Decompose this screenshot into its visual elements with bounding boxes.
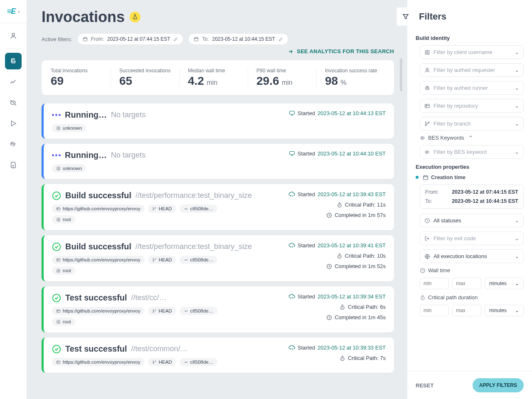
chip-repo[interactable]: https://github.com/envoyproxy/envoy [52, 256, 145, 264]
chip-repo[interactable]: https://github.com/envoyproxy/envoy [52, 358, 145, 366]
cloud-icon [288, 293, 295, 300]
chevron-down-icon: ⌄ [515, 253, 519, 259]
critical-path-row: Critical path duration [420, 294, 524, 300]
edit-icon[interactable] [173, 37, 178, 42]
svg-rect-8 [290, 152, 294, 155]
cloud-icon [288, 191, 295, 197]
svg-rect-1 [83, 38, 87, 41]
chip-branch[interactable]: HEAD [148, 204, 176, 213]
chip-commit[interactable]: c8508de… [180, 256, 218, 264]
invocation-target: //test/common/… [131, 345, 188, 353]
nav-packages-icon[interactable] [5, 136, 22, 153]
see-analytics-link[interactable]: SEE ANALYTICS FOR THIS SEARCH [288, 48, 394, 54]
svg-rect-40 [57, 361, 60, 363]
chip-user[interactable]: unknown [52, 124, 86, 132]
invocation-status: Running… [65, 110, 107, 120]
svg-point-23 [155, 258, 156, 259]
svg-point-14 [185, 208, 187, 209]
svg-point-0 [12, 33, 15, 36]
nav-analytics-icon[interactable] [5, 74, 22, 90]
invocation-card[interactable]: Running… No targets unknown Started 2023… [42, 103, 394, 139]
apply-filters-button[interactable]: APPLY FILTERS [473, 378, 524, 392]
beta-badge-icon [130, 12, 140, 22]
chevron-down-icon: ⌄ [515, 235, 519, 241]
nav-doc-icon[interactable] [5, 157, 22, 173]
chip-commit[interactable]: c8508de… [180, 307, 218, 315]
invocation-card[interactable]: Build successful //test/performance:test… [42, 235, 394, 281]
filter-locations[interactable]: All execution locations ⌄ [420, 249, 524, 263]
edit-icon[interactable] [278, 37, 283, 42]
creation-time-box: From:2023-05-12 at 07:44:15 EST To:2023-… [420, 185, 524, 209]
cloud-icon [288, 242, 295, 249]
invocation-card[interactable]: Test successful //test/common/… https://… [42, 337, 394, 373]
chip-branch[interactable]: HEAD [148, 307, 176, 315]
filter-repository[interactable]: Filter by repository ⌄ [420, 99, 524, 113]
nav-user-icon[interactable] [5, 27, 22, 44]
svg-point-56 [422, 138, 423, 138]
filter-authed-runner[interactable]: Filter by authed runner ⌄ [420, 81, 524, 95]
critical-min-input[interactable] [420, 305, 449, 316]
stopwatch-icon [340, 355, 345, 361]
filter-authed-requester[interactable]: Filter by authed requester ⌄ [420, 63, 524, 77]
chip-repo[interactable]: https://github.com/envoyproxy/envoy [52, 204, 145, 213]
svg-rect-5 [290, 111, 294, 115]
invocation-status: Build successful [65, 242, 131, 251]
svg-point-48 [426, 68, 429, 70]
active-filter-from[interactable]: From: 2023-05-12 at 07:44:15 EST [77, 33, 184, 45]
chip-user[interactable]: root [52, 318, 75, 326]
svg-point-4 [58, 127, 59, 128]
invocation-target: No targets [111, 151, 145, 160]
reset-button[interactable]: RESET [416, 382, 433, 389]
chip-user[interactable]: root [52, 266, 75, 275]
filter-icon[interactable] [397, 7, 415, 26]
chip-user[interactable]: root [52, 215, 75, 224]
monitor-icon [289, 150, 295, 157]
wall-time-min-input[interactable] [420, 278, 449, 289]
filter-exit-code[interactable]: Filter by exit code ⌄ [420, 232, 524, 245]
success-check-icon [52, 242, 61, 251]
svg-point-43 [155, 360, 156, 361]
critical-unit-select[interactable]: minutes⌄ [485, 305, 524, 316]
svg-point-7 [58, 167, 59, 169]
wall-time-max-input[interactable] [452, 278, 481, 289]
bes-keywords-toggle[interactable]: BES Keywords ⌃ [420, 135, 524, 141]
chip-branch[interactable]: HEAD [148, 256, 176, 264]
chip-branch[interactable]: HEAD [148, 358, 176, 366]
svg-point-33 [155, 309, 156, 310]
section-execution-properties: Execution properties [416, 164, 524, 170]
invocation-card[interactable]: Running… No targets unknown Started 2023… [42, 144, 394, 179]
nav-play-icon[interactable] [5, 115, 22, 132]
clock-icon [326, 264, 332, 269]
running-icon [52, 114, 61, 116]
filter-client-username[interactable]: Filter by client username ⌄ [420, 45, 524, 59]
svg-point-11 [153, 207, 153, 208]
invocation-card[interactable]: Build successful //test/performance:test… [42, 184, 394, 230]
invocation-target: //test/cc/… [131, 293, 167, 302]
section-build-identity: Build identity [416, 35, 524, 41]
wall-time-unit-select[interactable]: minutes⌄ [485, 278, 524, 289]
chevron-down-icon: ⌄ [515, 85, 519, 91]
filter-branch[interactable]: Filter by branch ⌄ [420, 117, 524, 131]
chevron-down-icon: ⌄ [515, 103, 519, 109]
svg-rect-52 [425, 104, 430, 107]
creation-time-row[interactable]: Creation time [416, 174, 524, 180]
invocation-card[interactable]: Test successful //test/cc/… https://gith… [42, 286, 394, 332]
chip-commit[interactable]: c8508de… [180, 204, 218, 213]
clock-icon [326, 315, 332, 320]
scrollbar[interactable] [400, 58, 402, 91]
stat-item: Median wall time4.2 min [179, 68, 248, 88]
logo[interactable]: ≡E› [0, 0, 27, 23]
stopwatch-icon [337, 253, 342, 259]
svg-point-57 [426, 152, 427, 153]
filter-bes-keyword[interactable]: Filter by BES keyword ⌄ [420, 145, 524, 159]
filter-statuses[interactable]: All statuses ⌄ [420, 214, 524, 227]
invocation-status: Running… [65, 150, 107, 160]
nav-invocations-icon[interactable] [5, 53, 22, 69]
critical-max-input[interactable] [452, 305, 481, 316]
nav-visibility-icon[interactable] [5, 94, 22, 111]
chip-commit[interactable]: c8508de… [180, 358, 218, 366]
chip-repo[interactable]: https://github.com/envoyproxy/envoy [52, 307, 145, 315]
svg-point-32 [153, 312, 153, 313]
chip-user[interactable]: unknown [52, 164, 86, 172]
active-filter-to[interactable]: To: 2023-05-12 at 10:44:15 EST [188, 33, 288, 45]
